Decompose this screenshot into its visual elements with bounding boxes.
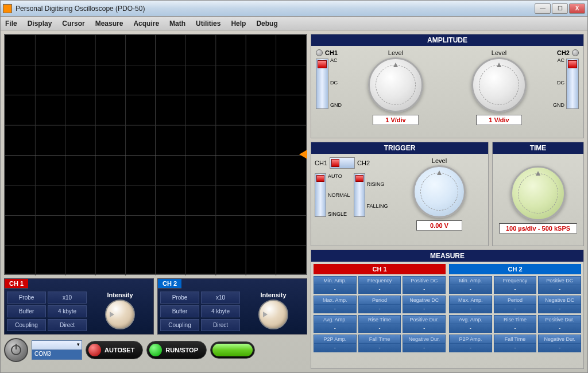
measure-value: -: [358, 344, 401, 352]
trigger-edge-slider[interactable]: [354, 173, 365, 217]
measure-label: Positive DC: [538, 276, 581, 285]
measure-value: -: [449, 344, 492, 352]
runstop-button[interactable]: RUN/STOP: [146, 341, 207, 359]
ch1-level-knob[interactable]: [368, 57, 423, 112]
measure-value: -: [314, 305, 357, 313]
amp-ac-label2: AC: [553, 57, 564, 63]
measure-value: -: [494, 324, 537, 333]
amp-ac-label: AC: [330, 57, 342, 63]
measure-ch1-title: CH 1: [314, 264, 446, 274]
trigger-mode-slider[interactable]: [315, 173, 326, 217]
measure-label: Fall Time: [494, 335, 537, 344]
ch1-led-icon: [316, 49, 323, 56]
close-button[interactable]: X: [569, 3, 585, 14]
menu-utilities[interactable]: Utilities: [196, 20, 220, 28]
menu-acquire[interactable]: Acquire: [133, 20, 159, 28]
ch2-probe-button[interactable]: Probe: [160, 292, 199, 304]
ch1-coupling-value[interactable]: Direct: [48, 319, 87, 331]
measure-cell: Avg. Amp.-: [314, 315, 357, 333]
measure-label: Min. Amp.: [314, 276, 357, 285]
ch2-probe-value[interactable]: x10: [201, 292, 240, 304]
oscilloscope-display[interactable]: [4, 34, 307, 275]
amp-gnd-label: GND: [330, 102, 342, 108]
measure-label: Negative Dur.: [538, 335, 581, 344]
port-combo[interactable]: COM3: [32, 340, 82, 360]
measure-label: Rise Time: [494, 315, 537, 324]
measure-value: -: [538, 324, 581, 333]
ch2-vdiv-readout: 1 V/div: [476, 115, 522, 125]
amp-dc-label2: DC: [553, 80, 564, 86]
measure-label: Min. Amp.: [449, 276, 492, 285]
measure-cell: Positive DC-: [538, 276, 581, 294]
measure-cell: Negative Dur.-: [538, 335, 581, 352]
trigger-source-switch[interactable]: [330, 157, 355, 169]
amp-level1-label: Level: [388, 49, 403, 56]
measure-label: Max. Amp.: [449, 296, 492, 305]
trigger-level-knob[interactable]: [413, 165, 466, 218]
timebase-knob[interactable]: [510, 166, 566, 221]
measure-cell: Positive Dur.-: [403, 315, 446, 333]
measure-value: -: [358, 285, 401, 294]
measure-value: -: [538, 285, 581, 294]
port-value[interactable]: COM3: [32, 350, 82, 360]
amplitude-title: AMPLITUDE: [311, 34, 583, 46]
trigger-level-readout: 0.00 V: [416, 220, 462, 231]
amp-dc-label: DC: [330, 80, 342, 86]
measure-ch2-title: CH 2: [449, 264, 581, 274]
minimize-button[interactable]: —: [535, 3, 551, 14]
menu-cursor[interactable]: Cursor: [62, 20, 84, 28]
measure-cell: Frequency-: [494, 276, 537, 294]
measure-panel: MEASURE CH 1 Min. Amp.-Frequency-Positiv…: [311, 250, 584, 369]
power-button[interactable]: [4, 338, 28, 362]
ch1-coupling-button[interactable]: Coupling: [7, 319, 46, 331]
ch1-probe-value[interactable]: x10: [48, 292, 87, 304]
ch1-buffer-value[interactable]: 4 kbyte: [48, 305, 87, 317]
menu-help[interactable]: Help: [231, 20, 246, 28]
ch1-intensity-label: Intensity: [89, 292, 151, 298]
trig-falling-label: FALLING: [367, 203, 388, 209]
measure-cell: Positive DC-: [403, 276, 446, 294]
measure-label: P2P Amp.: [314, 335, 357, 344]
measure-label: Frequency: [358, 276, 401, 285]
measure-value: -: [358, 305, 401, 313]
menu-measure[interactable]: Measure: [95, 20, 123, 28]
menu-debug[interactable]: Debug: [256, 20, 277, 28]
ch1-buffer-button[interactable]: Buffer: [7, 305, 46, 317]
measure-label: P2P Amp.: [449, 335, 492, 344]
trig-normal-label: NORMAL: [328, 192, 350, 198]
app-window: Personal Digitising Oscilloscope (PDO-50…: [0, 0, 588, 373]
maximize-button[interactable]: ☐: [552, 3, 568, 14]
app-icon: [3, 4, 12, 13]
ch2-coupling-slider[interactable]: [566, 59, 579, 109]
ch2-intensity-label: Intensity: [242, 292, 304, 298]
measure-value: -: [494, 305, 537, 313]
ch2-buffer-value[interactable]: 4 kbyte: [201, 305, 240, 317]
measure-cell: Max. Amp.-: [314, 296, 357, 313]
menu-math[interactable]: Math: [169, 20, 185, 28]
amp-level2-label: Level: [492, 49, 506, 56]
ch2-intensity-knob[interactable]: [258, 300, 288, 329]
autoset-button[interactable]: AUTOSET: [86, 341, 143, 359]
ch1-coupling-slider[interactable]: [316, 59, 328, 109]
menu-display[interactable]: Display: [28, 20, 52, 28]
runstop-label: RUN/STOP: [165, 347, 198, 353]
menu-file[interactable]: File: [5, 20, 17, 28]
ch2-buffer-button[interactable]: Buffer: [160, 305, 199, 317]
measure-cell: P2P Amp.-: [449, 335, 492, 352]
ch1-probe-button[interactable]: Probe: [7, 292, 46, 304]
measure-label: Negative DC: [403, 296, 446, 305]
measure-cell: Negative DC-: [403, 296, 446, 313]
ch2-coupling-button[interactable]: Coupling: [160, 319, 199, 331]
runstop-led-icon: [149, 344, 162, 356]
measure-title: MEASURE: [311, 250, 583, 262]
trig-level-label: Level: [432, 157, 447, 164]
ch1-panel: CH 1 Probe x10 Buffer 4 kbyte Coupling D…: [4, 278, 154, 335]
ch2-level-knob[interactable]: [471, 57, 527, 112]
measure-value: -: [494, 344, 537, 352]
measure-cell: Period-: [494, 296, 537, 313]
measure-cell: Negative DC-: [538, 296, 581, 313]
measure-label: Period: [494, 296, 537, 305]
ch1-intensity-knob[interactable]: [105, 300, 135, 329]
time-title: TIME: [493, 142, 583, 154]
ch2-coupling-value[interactable]: Direct: [201, 319, 240, 331]
